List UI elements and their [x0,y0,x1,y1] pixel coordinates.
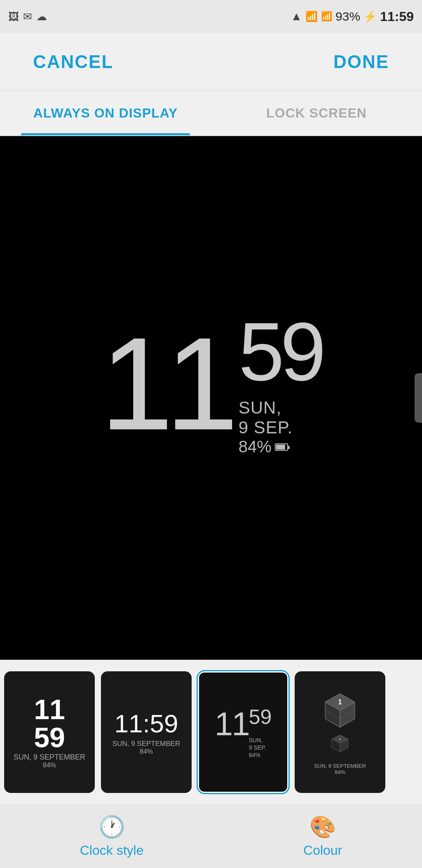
colour-label: Colour [303,843,342,858]
status-time: 11:59 [380,9,414,24]
clock-style-button[interactable]: 🕐 Clock style [80,814,144,858]
style-card-1[interactable]: 11 59 SUN, 9 SEPTEMBER 84% [4,671,95,793]
action-bar: CANCEL DONE [0,33,422,91]
signal1-icon: 📶 [305,11,318,22]
s1-hour: 11 [34,695,65,723]
status-bar-right-icons: ▲ 📶 📶 93% ⚡ 11:59 [291,9,414,24]
s2-batt: 84% [140,748,153,755]
clock-date-info: SUN, 9 SEP. 84% [239,398,322,456]
s4-batt: 84% [335,769,345,775]
status-bar: 🖼 ✉ ☁ ▲ 📶 📶 93% ⚡ 11:59 [0,0,422,33]
tab-lock-screen[interactable]: LOCK SCREEN [211,91,422,135]
scroll-handle[interactable] [415,373,422,423]
clock-style-label: Clock style [80,843,144,858]
s3-time-container: 11 59 SUN, 9 SEP. 84% [215,705,272,759]
s3-date-info: SUN, 9 SEP. 84% [249,729,272,759]
s2-time: 11:59 [114,709,178,738]
svg-text:≡: ≡ [339,737,341,741]
clock-minutes: 59 [239,311,322,393]
wifi-icon: ▲ [291,10,302,23]
style-picker: 11 59 SUN, 9 SEPTEMBER 84% 11:59 SUN, 9 … [0,660,422,804]
signal2-icon: 📶 [321,11,332,22]
clock-right: 59 SUN, 9 SEP. 84% [239,311,322,456]
colour-button[interactable]: 🎨 Colour [303,814,342,858]
battery-percent: 93% [335,9,360,24]
preview-area: 11 59 SUN, 9 SEP. 84% [0,136,422,660]
clock-day: SUN, [239,398,322,418]
s1-date: SUN, 9 SEPTEMBER [14,753,85,762]
done-button[interactable]: DONE [333,52,389,72]
s1-batt: 84% [43,762,56,769]
style-card-2[interactable]: 11:59 SUN, 9 SEPTEMBER 84% [101,671,192,793]
clock-style-icon: 🕐 [98,814,125,840]
photo-icon: 🖼 [8,10,19,23]
tab-always-on-display[interactable]: ALWAYS ON DISPLAY [0,91,211,135]
palette-icon: 🎨 [309,814,336,840]
weather-icon: ☁ [36,10,47,23]
clock-display: 11 59 SUN, 9 SEP. 84% [100,311,322,456]
gmail-icon: ✉ [23,10,32,23]
clock-date: 9 SEP. [239,418,322,438]
style-card-3[interactable]: 11 59 SUN, 9 SEP. 84% [198,671,288,793]
battery-icon [275,443,288,451]
s1-min: 59 [34,723,65,751]
s2-date: SUN, 9 SEPTEMBER [113,740,180,748]
svg-text:1: 1 [338,698,342,706]
cube-3d-graphic-2: ≡ [324,730,356,763]
s3-right: 59 SUN, 9 SEP. 84% [249,705,272,759]
status-bar-left-icons: 🖼 ✉ ☁ [8,10,47,23]
s3-min: 59 [249,705,272,729]
charging-icon: ⚡ [363,10,377,23]
clock-hours: 11 [100,318,230,449]
clock-battery: 84% [239,438,322,456]
cancel-button[interactable]: CANCEL [33,52,113,72]
style-card-4[interactable]: 1 ≡ SUN, 9 SEPTEMBER 84% [295,671,385,793]
tabs: ALWAYS ON DISPLAY LOCK SCREEN [0,91,422,136]
bottom-controls: 🕐 Clock style 🎨 Colour [0,804,422,868]
s4-date: SUN, 9 SEPTEMBER [314,763,366,769]
s3-hour: 11 [215,705,249,743]
